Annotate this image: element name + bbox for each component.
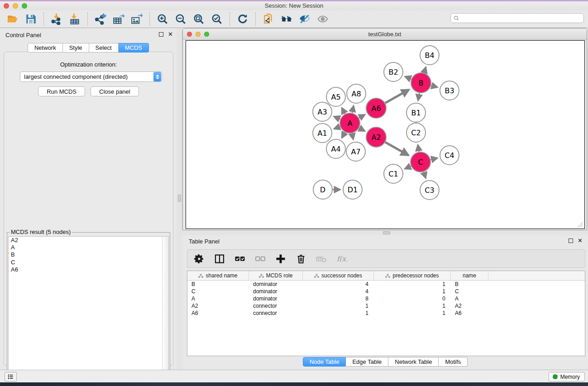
table-cell[interactable]: 8 (303, 295, 374, 302)
hide-details-icon[interactable] (298, 13, 311, 25)
edge-A-A5[interactable] (342, 108, 345, 114)
zoom-in-icon[interactable] (156, 13, 169, 25)
table-cell[interactable]: A6 (451, 310, 488, 317)
table-cell[interactable]: dominator (249, 281, 303, 288)
zoom-out-icon[interactable] (174, 13, 187, 25)
add-column-icon[interactable] (274, 253, 287, 265)
table-row[interactable]: A6connector11A6 (187, 310, 585, 317)
edge-A-A6[interactable] (359, 114, 365, 118)
network-canvas[interactable]: B4B2BB3A5A8A6A3B1AA1C2A2A4A7C4CC1C3DD1 (186, 40, 585, 229)
edge-B-B2[interactable] (405, 76, 411, 79)
edge-B-B3[interactable] (431, 86, 437, 87)
column-header-name[interactable]: name (451, 271, 488, 280)
mcds-result-list[interactable]: A2ABCA6 (8, 236, 169, 385)
float-panel-icon[interactable] (569, 238, 573, 243)
first-neighbors-icon[interactable] (280, 13, 293, 25)
close-panel-icon[interactable]: ✕ (168, 32, 173, 37)
tab-network[interactable]: Network (28, 43, 63, 52)
edge-A-A1[interactable] (334, 127, 340, 129)
task-history-button[interactable] (5, 372, 17, 381)
horizontal-splitter[interactable] (182, 230, 588, 235)
zoom-selected-icon[interactable] (210, 13, 223, 25)
table-row[interactable]: Adominator80A (187, 295, 585, 302)
resize-grip-icon[interactable] (578, 222, 583, 228)
gear-icon[interactable] (193, 253, 206, 265)
table-cell[interactable]: dominator (249, 295, 303, 302)
table-cell[interactable]: 1 (374, 302, 451, 310)
edge-A-A8[interactable] (352, 106, 354, 113)
node-table[interactable]: shared nameMCDS rolesuccessor nodesprede… (187, 271, 585, 356)
table-cell[interactable]: A (451, 295, 488, 302)
edge-C-C3[interactable] (424, 172, 425, 178)
result-item[interactable]: B (9, 251, 168, 258)
result-item[interactable]: C (9, 259, 168, 266)
export-image-icon[interactable] (130, 13, 143, 25)
table-cell[interactable]: 1 (374, 310, 451, 317)
save-icon[interactable] (24, 13, 37, 25)
table-cell[interactable]: A (187, 295, 249, 302)
edge-A-A2[interactable] (359, 128, 364, 131)
table-cell[interactable]: connector (249, 310, 303, 317)
refresh-icon[interactable] (236, 13, 249, 25)
export-table-icon[interactable] (112, 13, 125, 25)
table-row[interactable]: A2connector11A2 (187, 302, 585, 310)
deselect-all-icon[interactable] (254, 253, 267, 265)
table-cell[interactable]: A2 (187, 302, 249, 310)
table-cell[interactable]: 1 (374, 281, 451, 288)
table-cell[interactable]: 4 (303, 288, 374, 295)
table-cell[interactable]: B (187, 281, 249, 288)
zoom-fit-icon[interactable] (192, 13, 205, 25)
result-scrollbar[interactable] (162, 237, 168, 384)
table-cell[interactable]: 0 (374, 295, 451, 302)
network-window-titlebar[interactable]: testGlobe.txt (183, 29, 587, 40)
import-table-icon[interactable] (68, 13, 81, 25)
table-cell[interactable]: 1 (374, 288, 451, 295)
tab-edge-table[interactable]: Edge Table (346, 357, 388, 367)
run-mcds-button[interactable]: Run MCDS (38, 86, 85, 96)
edge-A6-B[interactable] (385, 90, 409, 103)
edge-A-A4[interactable] (342, 132, 345, 138)
delete-column-icon[interactable] (295, 253, 307, 265)
criterion-dropdown[interactable]: largest connected component (directed) (20, 71, 162, 82)
tab-select[interactable]: Select (89, 43, 119, 52)
table-cell[interactable]: A6 (187, 310, 249, 317)
table-row[interactable]: Bdominator41B (187, 281, 585, 288)
result-item[interactable]: A6 (9, 266, 168, 273)
table-cell[interactable]: dominator (249, 288, 303, 295)
table-cell[interactable]: 4 (303, 281, 374, 288)
table-row[interactable]: Cdominator41C (187, 288, 585, 295)
table-cell[interactable]: connector (249, 302, 303, 310)
column-header-successor-nodes[interactable]: successor nodes (303, 271, 374, 280)
column-header-MCDS-role[interactable]: MCDS role (249, 271, 303, 280)
close-panel-icon[interactable]: ✕ (578, 238, 583, 243)
export-network-icon[interactable] (94, 13, 107, 25)
copy-network-icon[interactable] (262, 13, 275, 25)
column-header-shared-name[interactable]: shared name (187, 271, 249, 280)
table-cell[interactable]: C (451, 288, 488, 295)
column-header-predecessor-nodes[interactable]: predecessor nodes (374, 271, 451, 280)
columns-icon[interactable] (213, 253, 226, 265)
tab-motifs[interactable]: Motifs (439, 357, 468, 367)
show-eye-icon[interactable] (316, 13, 329, 25)
open-folder-icon[interactable] (6, 13, 19, 25)
table-cell[interactable]: A2 (451, 302, 488, 310)
result-item[interactable]: A (9, 244, 168, 251)
table-cell[interactable]: 1 (303, 302, 374, 310)
float-panel-icon[interactable] (159, 32, 163, 37)
memory-button[interactable]: Memory (549, 372, 585, 381)
edge-C-C2[interactable] (418, 145, 419, 152)
edge-C-C1[interactable] (405, 166, 411, 169)
tab-style[interactable]: Style (63, 43, 89, 52)
splitter-handle[interactable] (178, 195, 181, 202)
result-item[interactable]: A2 (9, 237, 168, 244)
table-cell[interactable]: 1 (303, 310, 374, 317)
select-all-checks-icon[interactable] (234, 253, 246, 265)
edge-A-A7[interactable] (352, 133, 354, 139)
vertical-splitter[interactable] (177, 28, 182, 370)
edge-C-C4[interactable] (430, 158, 437, 159)
edge-A2-C[interactable] (385, 142, 408, 155)
edge-B-B4[interactable] (424, 67, 426, 73)
splitter-handle[interactable] (383, 231, 390, 234)
network-graph[interactable]: B4B2BB3A5A8A6A3B1AA1C2A2A4A7C4CC1C3DD1 (186, 41, 584, 229)
edge-A-A3[interactable] (334, 117, 340, 119)
